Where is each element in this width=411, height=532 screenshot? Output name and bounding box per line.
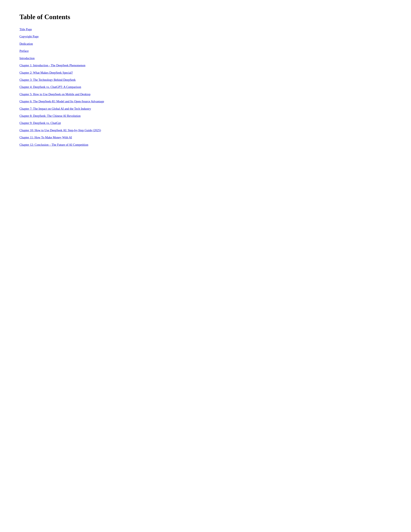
- list-item: Chapter 5: How to Use DeepSeek on Mobile…: [19, 92, 392, 96]
- toc-link-10[interactable]: Chapter 6: The DeepSeek-R1 Model and Its…: [19, 100, 104, 103]
- list-item: Chapter 10: How to Use DeepSeek AI: Step…: [19, 128, 392, 133]
- toc-link-8[interactable]: Chapter 4: DeepSeek vs. ChatGPT: A Compa…: [19, 85, 81, 89]
- toc-link-1[interactable]: Copyright Page: [19, 35, 39, 38]
- list-item: Preface: [19, 49, 392, 53]
- list-item: Introduction: [19, 56, 392, 60]
- page-title: Table of Contents: [19, 13, 392, 21]
- list-item: Chapter 11: How To Make Money With AI: [19, 135, 392, 140]
- toc-link-16[interactable]: Chapter 12: Conclusion – The Future of A…: [19, 143, 88, 146]
- toc-link-15[interactable]: Chapter 11: How To Make Money With AI: [19, 136, 72, 139]
- toc-link-11[interactable]: Chapter 7: The Impact on Global AI and t…: [19, 107, 91, 110]
- list-item: Chapter 3: The Technology Behind DeepSee…: [19, 78, 392, 82]
- toc-link-0[interactable]: Title Page: [19, 28, 32, 31]
- toc-link-2[interactable]: Dedication: [19, 42, 33, 46]
- toc-link-14[interactable]: Chapter 10: How to Use DeepSeek AI: Step…: [19, 129, 101, 132]
- list-item: Copyright Page: [19, 34, 392, 39]
- toc-link-13[interactable]: Chapter 9: DeepSeek vs. ChatGpt: [19, 121, 61, 125]
- toc-link-5[interactable]: Chapter 1: Introduction - The DeepSeek P…: [19, 64, 85, 67]
- list-item: Chapter 9: DeepSeek vs. ChatGpt: [19, 121, 392, 125]
- toc-link-6[interactable]: Chapter 2: What Makes DeepSeek Special?: [19, 71, 73, 74]
- list-item: Dedication: [19, 42, 392, 46]
- list-item: Title Page: [19, 27, 392, 31]
- toc-list: Title PageCopyright PageDedicationPrefac…: [19, 27, 392, 147]
- list-item: Chapter 6: The DeepSeek-R1 Model and Its…: [19, 99, 392, 104]
- list-item: Chapter 7: The Impact on Global AI and t…: [19, 107, 392, 111]
- toc-link-9[interactable]: Chapter 5: How to Use DeepSeek on Mobile…: [19, 93, 90, 96]
- toc-link-7[interactable]: Chapter 3: The Technology Behind DeepSee…: [19, 78, 76, 81]
- toc-link-12[interactable]: Chapter 8: DeepSeek: The Chinese AI Revo…: [19, 114, 81, 117]
- list-item: Chapter 2: What Makes DeepSeek Special?: [19, 71, 392, 75]
- list-item: Chapter 4: DeepSeek vs. ChatGPT: A Compa…: [19, 85, 392, 89]
- toc-link-4[interactable]: Introduction: [19, 57, 35, 60]
- toc-link-3[interactable]: Preface: [19, 49, 29, 53]
- list-item: Chapter 8: DeepSeek: The Chinese AI Revo…: [19, 114, 392, 118]
- list-item: Chapter 12: Conclusion – The Future of A…: [19, 143, 392, 147]
- list-item: Chapter 1: Introduction - The DeepSeek P…: [19, 63, 392, 67]
